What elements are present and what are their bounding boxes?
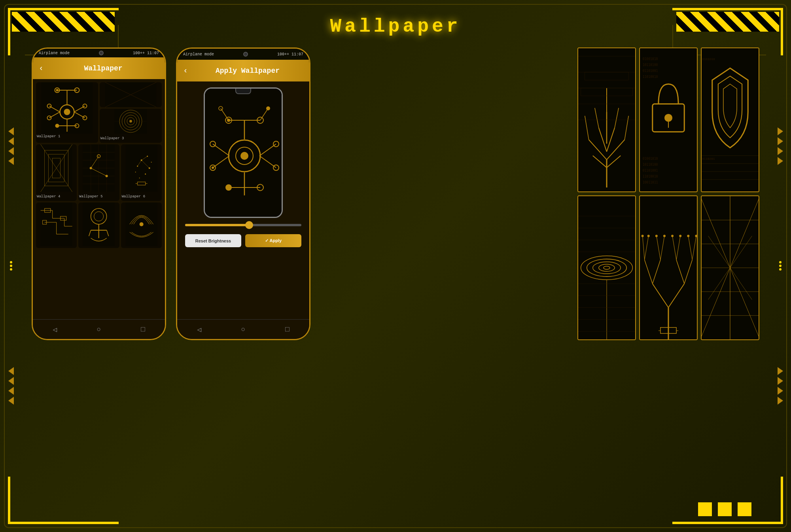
gallery-item-1[interactable] — [577, 47, 636, 192]
apply-button[interactable]: ✓ Apply — [245, 234, 301, 247]
left-phone-content: Wallpaper 1 — [33, 79, 165, 340]
left-camera — [99, 51, 104, 55]
wallpaper-row-2: Wallpaper 4 — [36, 144, 162, 201]
left-phone: Airplane mode 100++ 11:07 ‹ Wallpaper — [32, 47, 166, 340]
wallpaper-label-1: Wallpaper 1 — [36, 134, 98, 141]
reset-brightness-button[interactable]: Reset Brightness — [185, 234, 241, 247]
wallpaper-thumb-6[interactable]: Wallpaper 6 — [121, 144, 162, 201]
brightness-fill — [185, 224, 249, 226]
svg-point-196 — [655, 235, 658, 237]
left-phone-nav: ◁ ○ □ — [33, 319, 165, 339]
wallpaper-thumb-9[interactable] — [121, 203, 162, 248]
left-battery-time: 100++ 11:07 — [133, 51, 159, 55]
brightness-thumb[interactable] — [245, 221, 253, 229]
svg-text:01001010: 01001010 — [643, 57, 658, 61]
gallery-item-2[interactable]: 01001010 10110100 01101001 11010010 0100… — [639, 47, 698, 192]
left-screen-title: Wallpaper — [47, 64, 159, 72]
row-2-area: Wallpaper 4 — [33, 144, 165, 201]
svg-point-2 — [64, 109, 70, 115]
page-title: Wallpaper — [330, 16, 461, 37]
preview-container — [177, 81, 309, 220]
gallery-item-5[interactable] — [639, 195, 698, 340]
wallpaper-thumb-8[interactable] — [78, 203, 119, 248]
right-chevrons — [773, 79, 787, 453]
corner-decoration-bl — [8, 477, 119, 524]
wallpaper-label-4: Wallpaper 4 — [36, 194, 77, 201]
gallery-item-4[interactable] — [577, 195, 636, 340]
middle-title-bar: ‹ Apply Wallpaper — [177, 60, 309, 81]
action-buttons: Reset Brightness ✓ Apply — [177, 230, 309, 251]
left-nav-back[interactable]: ◁ — [53, 325, 57, 334]
middle-nav-recent[interactable]: □ — [285, 326, 290, 333]
left-phone-title-bar: ‹ Wallpaper — [33, 57, 165, 79]
wallpaper-row-1: Wallpaper 1 — [33, 79, 165, 143]
svg-point-61 — [145, 174, 146, 175]
left-nav-recent[interactable]: □ — [141, 326, 145, 333]
left-chevrons — [4, 79, 18, 453]
svg-point-60 — [135, 172, 136, 172]
svg-point-200 — [687, 235, 689, 237]
middle-phone-nav: ◁ ○ □ — [177, 319, 309, 339]
svg-point-197 — [663, 235, 666, 237]
wallpaper-thumb-3[interactable]: Wallpaper 3 — [100, 109, 162, 143]
left-nav-home[interactable]: ○ — [97, 326, 101, 333]
wallpaper-thumb-4[interactable]: Wallpaper 4 — [36, 144, 77, 201]
corner-decoration-br — [672, 477, 783, 524]
svg-text:01001010: 01001010 — [643, 157, 658, 161]
svg-point-62 — [139, 178, 140, 178]
svg-point-105 — [212, 167, 214, 169]
svg-point-113 — [225, 184, 232, 191]
svg-point-90 — [139, 222, 143, 226]
wallpaper-thumb-1[interactable]: Wallpaper 1 — [36, 82, 98, 143]
svg-point-94 — [240, 152, 248, 160]
svg-point-142 — [664, 114, 672, 122]
middle-camera — [243, 52, 248, 57]
left-back-button[interactable]: ‹ — [39, 64, 44, 73]
svg-text:11010010: 11010010 — [643, 175, 658, 178]
preview-notch — [235, 89, 251, 94]
svg-text:1001: 1001 — [708, 157, 715, 161]
left-status-right — [99, 51, 104, 55]
middle-airplane: Airplane mode — [183, 52, 214, 57]
wallpaper-col-right-1: Wallpaper 3 — [100, 82, 162, 143]
gallery-right: 01001010 10110100 01101001 11010010 0100… — [577, 47, 759, 340]
middle-battery-time: 100++ 11:07 — [277, 52, 303, 57]
wallpaper-thumb-2[interactable] — [100, 82, 162, 107]
middle-phone: Airplane mode 100++ 11:07 ‹ Apply Wallpa… — [176, 47, 310, 340]
svg-text:1010: 1010 — [708, 57, 715, 61]
svg-point-194 — [642, 235, 644, 237]
preview-phone-frame — [204, 87, 283, 218]
wallpaper-thumb-7[interactable] — [36, 203, 77, 248]
svg-point-195 — [647, 235, 650, 237]
wallpaper-thumb-5[interactable]: Wallpaper 5 — [78, 144, 119, 201]
middle-nav-back[interactable]: ◁ — [197, 325, 201, 334]
svg-rect-55 — [125, 144, 157, 192]
middle-screen-title: Apply Wallpaper — [192, 67, 303, 75]
svg-text:10110100: 10110100 — [643, 163, 658, 167]
gallery-item-6[interactable] — [701, 195, 759, 340]
svg-text:01101001: 01101001 — [643, 69, 658, 73]
wallpaper-row-3-grid — [36, 203, 162, 248]
left-airplane-mode: Airplane mode — [39, 51, 70, 55]
bottom-indicators — [698, 502, 751, 516]
brightness-slider[interactable] — [185, 224, 301, 226]
indicator-2 — [718, 502, 732, 516]
wallpaper-label-5: Wallpaper 5 — [78, 194, 119, 201]
brightness-section — [177, 220, 309, 230]
svg-point-63 — [151, 162, 151, 163]
svg-point-20 — [55, 124, 59, 128]
svg-point-7 — [56, 89, 59, 91]
svg-text:10110100: 10110100 — [643, 63, 658, 67]
svg-text:10011011: 10011011 — [643, 181, 658, 184]
middle-camera-area — [243, 52, 248, 57]
gallery-item-3[interactable]: 0101 1010 0110 1001 — [701, 47, 759, 192]
middle-status-bar: Airplane mode 100++ 11:07 — [177, 49, 309, 60]
svg-text:01101001: 01101001 — [643, 169, 658, 172]
middle-back-button[interactable]: ‹ — [183, 66, 188, 75]
middle-nav-home[interactable]: ○ — [241, 326, 246, 333]
left-phone-status-bar: Airplane mode 100++ 11:07 — [33, 49, 165, 57]
indicator-1 — [698, 502, 712, 516]
svg-rect-153 — [702, 48, 759, 191]
svg-text:11010010: 11010010 — [643, 75, 658, 79]
indicator-3 — [738, 502, 751, 516]
